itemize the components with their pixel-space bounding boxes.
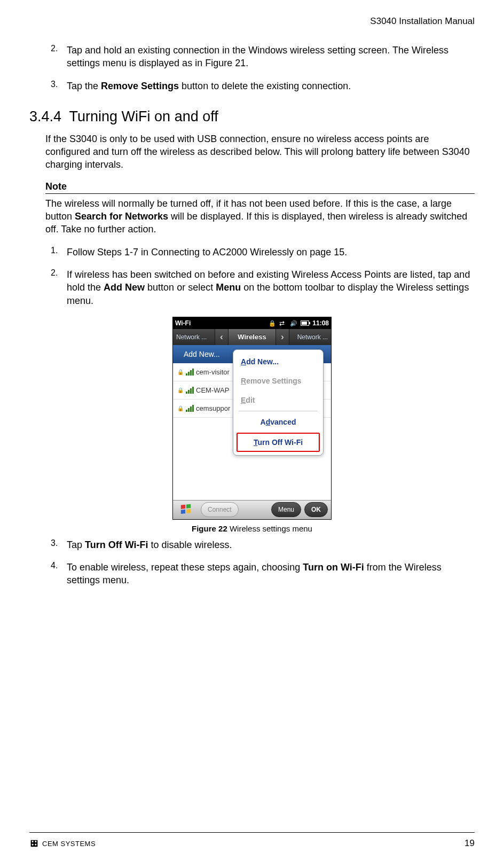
step-b-4: 4. To enable wireless, repeat these step… [51,561,475,587]
status-title: Wi-Fi [175,319,191,327]
bold-run: Search for Networks [75,211,168,222]
bold-run: Add New [104,282,145,293]
step-text: Tap the Remove Settings button to delete… [67,80,475,92]
text-run: A [261,418,266,426]
caption-label: Figure 22 [192,524,230,533]
lock-icon [269,319,276,327]
text-run: emove Settings [246,377,301,385]
step-text: Tap and hold an existing connection in t… [67,44,475,70]
text-run: button or select [145,282,216,293]
text-run: to disable wireless. [148,539,232,550]
step-text: To enable wireless, repeat these steps a… [67,561,475,587]
network-name: cem-visitor [196,368,230,376]
svg-rect-3 [186,509,191,513]
menu-button[interactable]: Menu [271,502,301,517]
text-run: urn Off Wi-Fi [257,438,303,447]
network-list: Add New... 🔒 cem-visitor 🔒 CEM-WAP 🔒 cem… [173,345,331,500]
note-label: Note [45,181,475,192]
bold-run: Turn on Wi-Fi [303,562,364,573]
tab-left[interactable]: Network ... [173,329,215,345]
chevron-right-icon[interactable]: › [275,329,289,345]
ordinal: 2. [51,44,67,70]
ordinal: 4. [51,561,67,587]
step-a-2: 2. Tap and hold an existing connection i… [51,44,475,70]
bold-run: Remove Settings [101,81,179,91]
ordinal: 3. [51,538,67,551]
windows-flag-icon [180,504,192,515]
page-footer: CEM SYSTEMS 19 [29,832,475,849]
ordinal: 2. [51,268,67,307]
signal-icon [186,369,194,376]
network-name: cemsuppor [196,404,230,412]
figure-22: Wi-Fi 11:08 Network ... ‹ Wireless › Net… [29,317,475,533]
section-heading: 3.4.4 Turning WiFi on and off [29,108,475,125]
sync-icon [279,319,287,327]
ordinal: 1. [51,246,67,259]
menu-edit: Edit [233,390,323,410]
section-number: 3.4.4 [29,108,61,124]
section-title: Turning WiFi on and off [69,108,218,124]
step-b-1: 1. Follow Steps 1-7 in Connecting to AC2… [51,246,475,259]
menu-remove-settings: Remove Settings [233,371,323,390]
menu-add-new[interactable]: Add New... [233,352,323,371]
bottom-toolbar: Connect Menu OK [173,500,331,519]
text-run: dit [246,396,255,404]
step-text: Tap Turn Off Wi-Fi to disable wireless. [67,538,475,551]
step-text: Follow Steps 1-7 in Connecting to AC2000… [67,246,475,259]
tab-right[interactable]: Network ... [289,329,331,345]
page-number: 19 [464,838,475,849]
signal-icon [186,387,194,394]
lock-icon: 🔒 [177,405,184,411]
ordinal: 3. [51,80,67,92]
chevron-left-icon[interactable]: ‹ [215,329,229,345]
clock: 11:08 [312,319,329,327]
step-a-3: 3. Tap the Remove Settings button to del… [51,80,475,92]
menu-advanced[interactable]: Advanced [233,412,323,432]
start-button[interactable] [173,501,199,519]
ok-button[interactable]: OK [304,502,328,517]
signal-icon [186,405,194,412]
svg-rect-1 [186,504,191,509]
text-run: button to delete the existing connection… [179,81,351,91]
connect-button: Connect [201,502,239,517]
step-text: If wireless has been switched on before … [67,268,475,307]
figure-caption: Figure 22 Wireless settings menu [192,524,312,533]
text-run: Tap the [67,81,101,91]
context-menu: Add New... Remove Settings Edit Advanced… [233,349,324,456]
menu-separator [239,411,318,411]
note-body: The wireless will normally be turned off… [45,197,475,236]
text-run: vanced [270,418,296,426]
status-bar: Wi-Fi 11:08 [173,317,331,329]
svg-rect-2 [181,510,185,514]
bold-run: Turn Off Wi-Fi [85,539,148,550]
text-run: Tap [67,539,85,550]
note-rule [45,193,475,194]
note-block: Note The wireless will normally be turne… [45,181,475,236]
caption-text: Wireless settings menu [230,524,312,533]
bold-run: Menu [216,282,241,293]
underline-run: E [241,396,246,404]
underline-run: R [241,377,246,385]
device-screenshot: Wi-Fi 11:08 Network ... ‹ Wireless › Net… [172,317,332,520]
intro-paragraph: If the S3040 is only to be used with USB… [45,132,475,171]
tab-center[interactable]: Wireless [229,329,275,345]
menu-turn-off-wifi[interactable]: Turn Off Wi-Fi [237,433,320,452]
text-run: To enable wireless, repeat these steps a… [67,562,303,573]
step-b-2: 2. If wireless has been switched on befo… [51,268,475,307]
network-name: CEM-WAP [196,386,229,394]
underline-run: d [266,418,271,426]
underline-run: A [241,357,246,366]
brand-logo: CEM SYSTEMS [29,839,96,848]
step-b-3: 3. Tap Turn Off Wi-Fi to disable wireles… [51,538,475,551]
lock-icon: 🔒 [177,369,184,375]
running-header: S3040 Installation Manual [29,16,475,27]
brand-text: CEM SYSTEMS [42,840,96,848]
tab-bar: Network ... ‹ Wireless › Network ... [173,329,331,345]
text-run: dd New... [246,357,279,366]
logo-icon [29,839,39,848]
volume-icon [290,319,297,327]
svg-rect-0 [181,505,185,509]
lock-icon: 🔒 [177,387,184,393]
battery-icon [301,320,309,326]
